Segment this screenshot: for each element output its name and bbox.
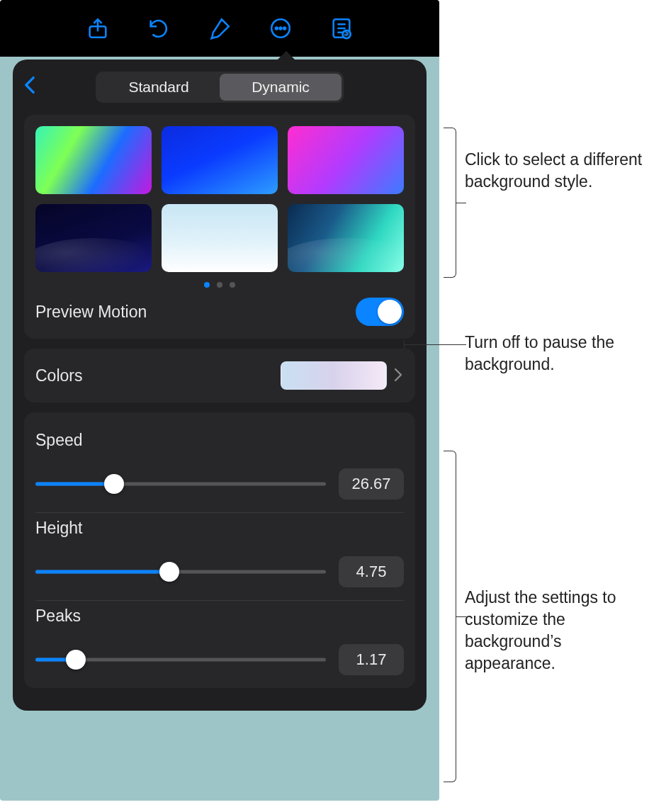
tab-standard[interactable]: Standard (98, 74, 220, 101)
panel-header: Standard Dynamic (24, 69, 415, 105)
colors-label: Colors (35, 366, 82, 385)
preview-motion-toggle[interactable] (356, 298, 404, 326)
appearance-sliders-card: Speed 26.67 Height (24, 412, 415, 688)
bg-style-thumbnail[interactable] (35, 126, 152, 194)
annotation-connector (404, 340, 405, 349)
tab-segmented-control: Standard Dynamic (96, 72, 344, 103)
toggle-knob (378, 300, 402, 324)
bg-style-thumbnail[interactable] (288, 204, 404, 272)
undo-icon[interactable] (147, 16, 171, 40)
svg-point-3 (280, 28, 282, 30)
page-dot (230, 282, 235, 288)
bg-style-thumbnail[interactable] (162, 204, 278, 272)
slider-thumb[interactable] (104, 474, 124, 494)
annotation-motion: Turn off to pause the background. (439, 332, 649, 376)
back-button[interactable] (24, 75, 45, 99)
peaks-slider[interactable] (35, 653, 326, 667)
annotation-connector (456, 203, 466, 203)
height-label: Height (35, 519, 404, 538)
top-toolbar (0, 0, 439, 57)
colors-swatch[interactable] (281, 361, 387, 390)
speed-slider[interactable] (35, 477, 326, 491)
page-dot (217, 282, 222, 288)
height-group: Height 4.75 (35, 513, 404, 601)
bg-style-thumbnail[interactable] (35, 204, 152, 272)
presenter-notes-icon[interactable] (329, 16, 354, 40)
svg-point-2 (276, 28, 278, 30)
speed-group: Speed 26.67 (35, 425, 404, 513)
preview-motion-row: Preview Motion (35, 296, 404, 327)
peaks-label: Peaks (35, 607, 404, 626)
app-window: Standard Dynamic Preview Motion (0, 0, 439, 801)
chevron-right-icon[interactable] (393, 365, 404, 387)
annotation-text: Turn off to pause the background. (465, 332, 649, 376)
background-styles-grid (35, 126, 404, 272)
speed-label: Speed (35, 431, 404, 450)
colors-card: Colors (24, 349, 415, 402)
height-slider[interactable] (35, 565, 326, 579)
slider-thumb[interactable] (66, 650, 86, 670)
more-icon[interactable] (269, 16, 293, 40)
annotation-text: Click to select a different background s… (465, 149, 649, 193)
peaks-group: Peaks 1.17 (35, 601, 404, 681)
page-indicator[interactable] (35, 282, 404, 288)
bg-style-thumbnail[interactable] (162, 126, 278, 194)
share-icon[interactable] (86, 16, 110, 40)
peaks-value[interactable]: 1.17 (339, 644, 404, 675)
speed-value[interactable]: 26.67 (339, 468, 404, 500)
colors-row[interactable]: Colors (35, 360, 404, 391)
tab-dynamic[interactable]: Dynamic (220, 74, 342, 101)
format-panel: Standard Dynamic Preview Motion (13, 60, 427, 711)
page-dot (204, 282, 210, 288)
svg-point-4 (283, 28, 286, 30)
annotation-sliders: Adjust the settings to customize the bac… (439, 587, 649, 675)
bg-style-thumbnail[interactable] (288, 126, 404, 194)
format-brush-icon[interactable] (208, 16, 232, 40)
height-value[interactable]: 4.75 (339, 556, 404, 587)
annotation-text: Adjust the settings to customize the bac… (465, 587, 649, 675)
annotation-layer: Click to select a different background s… (439, 0, 649, 801)
background-styles-card: Preview Motion (24, 115, 415, 339)
slider-thumb[interactable] (159, 562, 179, 582)
preview-motion-label: Preview Motion (35, 303, 147, 322)
annotation-styles: Click to select a different background s… (439, 149, 649, 193)
